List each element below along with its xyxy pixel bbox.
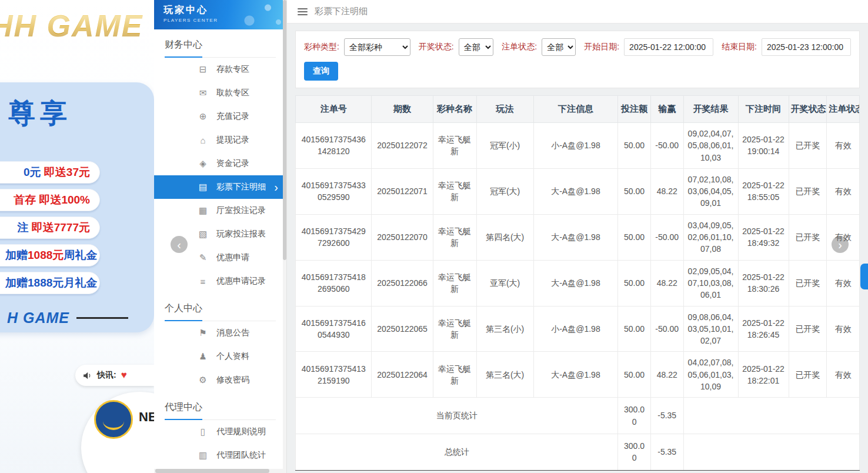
table-cell: 48.22 [650, 168, 683, 214]
sidebar-item-notice[interactable]: ⚑消息公告 [154, 321, 286, 345]
promo-pill: 注 即送7777元 [0, 216, 100, 239]
start-date-input[interactable] [624, 38, 713, 56]
scrollbar-thumb[interactable] [283, 0, 286, 260]
promo-brand-text: H GAME [7, 309, 69, 327]
table-cell: 401569173754330529590 [296, 168, 372, 214]
table-cell: 有效 [827, 123, 860, 169]
table-panel: 注单号期数彩种名称玩法下注信息投注额输赢开奖结果下注时间开奖状态注单状态 401… [295, 95, 860, 471]
table-cell: 有效 [827, 260, 860, 306]
table-cell: 20250122066 [372, 260, 433, 306]
scrollbar-thumb[interactable] [155, 469, 269, 473]
team-card-text: NE [139, 409, 154, 425]
sidebar-vertical-scrollbar[interactable] [283, 0, 286, 473]
news-ticker: 快讯: ♥ [75, 365, 154, 386]
table-cell: 401569173754361428120 [296, 123, 372, 169]
sidebar-item-deposit[interactable]: ⊟存款专区 [154, 58, 286, 81]
sidebar-section-header: 财务中心 [165, 29, 276, 58]
sidebar-item-label: 玩家投注报表 [216, 229, 266, 239]
carousel-prev-arrow[interactable]: ‹ [171, 236, 188, 253]
table-cell: 50.00 [618, 168, 651, 214]
sidebar-item-recharge-record[interactable]: ⊕充值记录 [154, 105, 286, 128]
table-header-cell: 注单状态 [827, 96, 860, 123]
promo-pill: 0元 即送37元 [0, 161, 100, 184]
sidebar-item-hall-bet-record[interactable]: ▦厅室投注记录 [154, 199, 286, 222]
chevron-right-icon: › [274, 181, 278, 193]
table-cell: 幸运飞艇新 [433, 168, 476, 214]
promo-pill: 加赠1088元周礼金 [0, 244, 100, 267]
table-header-cell: 下注信息 [533, 96, 618, 123]
page-total-row: 当前页统计 300.00 -5.35 [296, 398, 860, 434]
table-cell: 冠军(小) [476, 123, 533, 169]
sidebar-item-withdraw-record[interactable]: ⌂提现记录 [154, 128, 286, 152]
table-cell: 大-A盘@1.98 [533, 214, 618, 260]
sidebar-item-label: 修改密码 [216, 375, 249, 385]
draw-status-select[interactable]: 全部 [459, 38, 494, 56]
page-total-winloss: -5.35 [650, 398, 683, 434]
search-button[interactable]: 查询 [304, 62, 338, 81]
table-header-cell: 下注时间 [738, 96, 789, 123]
table-body: 40156917375436142812020250122072幸运飞艇新冠军(… [296, 123, 860, 398]
table-cell: 04,02,07,08,05,06,01,03,10,09 [683, 352, 738, 398]
promo-record-icon: ≡ [198, 277, 208, 287]
team-logo-icon [94, 400, 133, 439]
sidebar-item-withdraw[interactable]: ✉取款专区 [154, 81, 286, 105]
table-cell: 已开奖 [789, 214, 827, 260]
table-header-cell: 玩法 [476, 96, 533, 123]
table-cell: 03,04,09,05,02,06,01,10,07,08 [683, 214, 738, 260]
sidebar-item-agent-team-stats[interactable]: ▥代理团队统计 [154, 444, 286, 467]
sidebar-horizontal-scrollbar[interactable] [154, 469, 286, 473]
sidebar-item-label: 厅室投注记录 [216, 205, 266, 216]
floating-widget-tab[interactable] [860, 264, 868, 289]
page-total-empty [683, 398, 859, 434]
sidebar-item-label: 充值记录 [216, 111, 249, 122]
sidebar-item-profile[interactable]: ♟个人资料 [154, 345, 286, 368]
menu-toggle-icon[interactable] [298, 8, 308, 15]
table-cell: 50.00 [618, 352, 651, 398]
table-row: 40156917375416054493020250122065幸运飞艇新第三名… [296, 306, 860, 352]
table-cell: 401569173754182695060 [296, 260, 372, 306]
table-cell: 大-A盘@1.98 [533, 352, 618, 398]
profile-icon: ♟ [198, 351, 208, 362]
sidebar-item-label: 消息公告 [216, 328, 249, 338]
end-date-input[interactable] [762, 38, 851, 56]
sidebar-item-funds-record[interactable]: ◈资金记录 [154, 152, 286, 175]
sidebar-item-label: 彩票下注明细 [216, 182, 266, 192]
carousel-next-arrow[interactable]: › [832, 236, 849, 253]
page-title: 彩票下注明细 [315, 6, 368, 17]
sidebar-item-label: 代理规则说明 [216, 427, 266, 437]
table-cell: 07,02,10,08,03,06,04,05,09,01 [683, 168, 738, 214]
sidebar-section-header: 代理中心 [165, 392, 276, 420]
grand-total-empty [683, 434, 859, 470]
table-cell: 50.00 [618, 214, 651, 260]
grand-total-row: 总统计 300.00 -5.35 [296, 434, 860, 470]
brand-logo: HH GAME [0, 8, 154, 44]
table-row: 40156917375429729260020250122070幸运飞艇新第四名… [296, 214, 860, 260]
promo-apply-icon: ✎ [198, 252, 208, 263]
bet-detail-table: 注单号期数彩种名称玩法下注信息投注额输赢开奖结果下注时间开奖状态注单状态 401… [295, 95, 860, 471]
bet-status-select[interactable]: 全部 [542, 38, 576, 56]
heart-icon: ♥ [121, 369, 127, 381]
table-cell: 401569173754160544930 [296, 306, 372, 352]
sidebar-item-label: 资金记录 [216, 158, 249, 169]
table-cell: 02,09,05,04,07,10,03,08,06,01 [683, 260, 738, 306]
page-total-label: 当前页统计 [296, 398, 618, 434]
lottery-type-label: 彩种类型: [304, 42, 339, 52]
promo-pill: 加赠1888元月礼金 [0, 272, 100, 294]
sidebar-header: 玩家中心 PLAYERS CENTER [154, 0, 286, 29]
grand-total-label: 总统计 [296, 434, 618, 470]
table-cell: 冠军(大) [476, 168, 533, 214]
table-row: 40156917375436142812020250122072幸运飞艇新冠军(… [296, 123, 860, 169]
sidebar-item-promo-apply-record[interactable]: ≡优惠申请记录 [154, 269, 286, 293]
promo-banner: 尊享 0元 即送37元首存 即送100%注 即送7777元加赠1088元周礼金加… [0, 82, 154, 332]
table-cell: 09,08,06,04,03,05,10,01,02,07 [683, 306, 738, 352]
sidebar-item-password[interactable]: ⚙修改密码 [154, 368, 286, 392]
sidebar-item-label: 存款专区 [216, 64, 249, 75]
sidebar-item-label: 优惠申请 [216, 252, 249, 263]
ticker-label: 快讯: [97, 370, 116, 381]
sidebar-item-agent-rules[interactable]: ▯代理规则说明 [154, 420, 286, 444]
lottery-type-select[interactable]: 全部彩种 [344, 38, 410, 56]
table-cell: 有效 [827, 306, 860, 352]
sidebar-item-lottery-bet-detail[interactable]: ▤彩票下注明细› [154, 175, 286, 199]
page-total-bet: 300.00 [618, 398, 651, 434]
content-area: 彩种类型: 全部彩种 开奖状态: 全部 注单状态: 全部 开始日期: 结束日期: [287, 24, 868, 473]
